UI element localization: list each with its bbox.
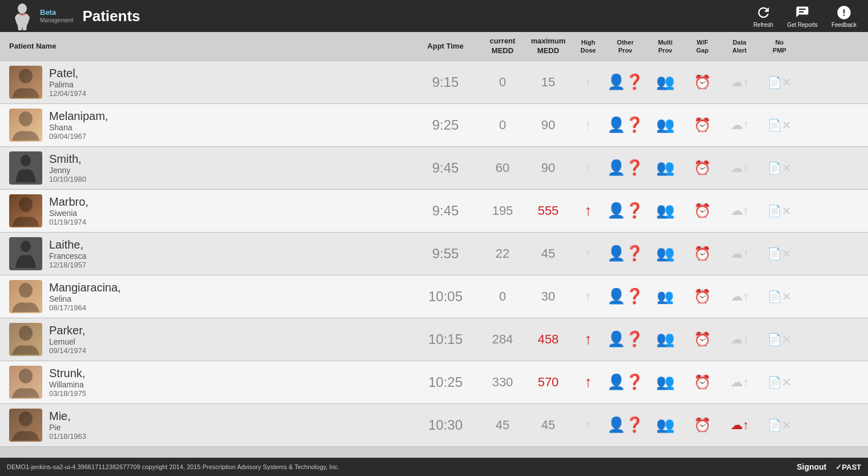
multi-prov-cell[interactable]: 👥 xyxy=(645,330,685,348)
no-pmp-cell[interactable]: 📄✕ xyxy=(760,75,799,89)
multi-prov-icon: 👥 xyxy=(656,330,674,348)
no-pmp-cell[interactable]: 📄✕ xyxy=(760,418,799,432)
high-dose-cell[interactable]: ↑ xyxy=(571,418,605,433)
multi-prov-cell[interactable]: 👥 xyxy=(645,73,685,91)
table-row[interactable]: Mie, Pie 01/18/1963 10:30 45 45 ↑ 👤❓ 👥 ⏰… xyxy=(0,404,868,447)
patient-info[interactable]: Mie, Pie 01/18/1963 xyxy=(0,404,411,446)
data-alert-cell[interactable]: ☁↑ xyxy=(720,418,760,433)
high-dose-cell[interactable]: ↑ xyxy=(571,118,605,133)
wf-gap-icon-inactive: ⏰ xyxy=(694,374,711,390)
patient-last-name: Marbro, xyxy=(49,195,89,209)
wf-gap-icon: ⏰ xyxy=(694,117,711,133)
wf-gap-cell[interactable]: ⏰ xyxy=(685,117,720,133)
patient-info[interactable]: Melanipam, Shana 09/04/1967 xyxy=(0,104,411,146)
high-dose-cell[interactable]: ↑ xyxy=(571,75,605,90)
other-prov-cell[interactable]: 👤❓ xyxy=(605,116,645,134)
table-row[interactable]: Parker, Lemuel 09/14/1974 10:15 284 458 … xyxy=(0,318,868,361)
patient-photo xyxy=(9,409,42,442)
table-row[interactable]: Mangiaracina, Selina 08/17/1964 10:05 0 … xyxy=(0,275,868,318)
no-pmp-cell[interactable]: 📄✕ xyxy=(760,375,799,389)
data-alert-cell[interactable]: ☁↑ xyxy=(720,375,760,390)
high-dose-cell[interactable]: ↑ xyxy=(571,330,605,348)
feedback-button[interactable]: Feedback xyxy=(827,2,861,30)
wf-gap-cell[interactable]: ⏰ xyxy=(685,203,720,219)
patient-info[interactable]: Mangiaracina, Selina 08/17/1964 xyxy=(0,275,411,318)
wf-gap-cell[interactable]: ⏰ xyxy=(685,417,720,433)
patient-first-name: Siwenia xyxy=(49,209,89,218)
patient-photo xyxy=(9,66,42,99)
no-pmp-cell[interactable]: 📄✕ xyxy=(760,247,799,261)
patient-info[interactable]: Laithe, Francesca 12/18/1957 xyxy=(0,233,411,275)
high-dose-cell[interactable]: ↑ xyxy=(571,202,605,219)
high-dose-cell[interactable]: ↑ xyxy=(571,161,605,175)
multi-prov-cell[interactable]: 👥 xyxy=(645,245,685,262)
data-alert-cell[interactable]: ☁↑ xyxy=(720,289,760,304)
other-prov-cell[interactable]: 👤❓ xyxy=(605,159,645,177)
signout-button[interactable]: Signout xyxy=(797,462,826,471)
data-alert-icon-inactive: ☁↑ xyxy=(730,118,749,133)
patient-dob: 01/19/1974 xyxy=(49,218,89,226)
table-row[interactable]: Strunk, Willamina 03/18/1975 10:25 330 5… xyxy=(0,361,868,404)
multi-prov-cell[interactable]: 👥 xyxy=(645,159,685,177)
no-pmp-cell[interactable]: 📄✕ xyxy=(760,161,799,175)
patient-dob: 10/10/1980 xyxy=(49,175,86,183)
no-pmp-cell[interactable]: 📄✕ xyxy=(760,290,799,303)
multi-prov-cell[interactable]: 👥 xyxy=(645,116,685,134)
high-dose-cell[interactable]: ↑ xyxy=(571,289,605,304)
other-prov-cell[interactable]: 👤❓ xyxy=(605,73,645,91)
multi-prov-cell[interactable]: 👥 xyxy=(645,373,685,391)
table-row[interactable]: Melanipam, Shana 09/04/1967 9:25 0 90 ↑ … xyxy=(0,104,868,147)
table-row[interactable]: Smith, Jenny 10/10/1980 9:45 60 90 ↑ 👤❓ … xyxy=(0,147,868,190)
table-row[interactable]: Patel, Palima 12/04/1974 9:15 0 15 ↑ 👤❓ … xyxy=(0,61,868,104)
other-prov-cell[interactable]: 👤❓ xyxy=(605,245,645,262)
other-prov-cell[interactable]: 👤❓ xyxy=(605,202,645,219)
appt-time-cell: 9:15 xyxy=(411,74,480,90)
table-row[interactable]: Laithe, Francesca 12/18/1957 9:55 22 45 … xyxy=(0,233,868,275)
wf-gap-cell[interactable]: ⏰ xyxy=(685,246,720,262)
wf-gap-cell[interactable]: ⏰ xyxy=(685,74,720,90)
patient-first-name: Pie xyxy=(49,423,86,432)
wf-gap-cell[interactable]: ⏰ xyxy=(685,289,720,305)
wf-gap-cell[interactable]: ⏰ xyxy=(685,374,720,390)
svg-point-0 xyxy=(18,3,27,14)
other-prov-cell[interactable]: 👤❓ xyxy=(605,330,645,348)
get-reports-button[interactable]: Get Reports xyxy=(782,2,822,30)
high-dose-cell[interactable]: ↑ xyxy=(571,373,605,391)
patient-info[interactable]: Strunk, Willamina 03/18/1975 xyxy=(0,361,411,403)
no-pmp-cell[interactable]: 📄✕ xyxy=(760,118,799,132)
data-alert-cell[interactable]: ☁↑ xyxy=(720,161,760,175)
data-alert-cell[interactable]: ☁↑ xyxy=(720,203,760,218)
current-medd-cell: 330 xyxy=(480,375,525,390)
patient-list: Patel, Palima 12/04/1974 9:15 0 15 ↑ 👤❓ … xyxy=(0,61,868,447)
other-prov-icon: 👤❓ xyxy=(607,373,644,391)
no-pmp-icon: 📄✕ xyxy=(767,161,791,175)
patient-dob: 01/18/1963 xyxy=(49,432,86,441)
svg-point-12 xyxy=(19,326,33,341)
patient-info[interactable]: Parker, Lemuel 09/14/1974 xyxy=(0,318,411,361)
patient-info[interactable]: Smith, Jenny 10/10/1980 xyxy=(0,147,411,189)
other-prov-icon: 👤❓ xyxy=(607,73,644,91)
data-alert-cell[interactable]: ☁↑ xyxy=(720,75,760,90)
no-pmp-cell[interactable]: 📄✕ xyxy=(760,204,799,218)
data-alert-cell[interactable]: ☁↑ xyxy=(720,332,760,347)
multi-prov-cell[interactable]: 👥 xyxy=(645,289,685,305)
refresh-button[interactable]: Refresh xyxy=(749,2,778,30)
other-prov-cell[interactable]: 👤❓ xyxy=(605,373,645,391)
no-pmp-cell[interactable]: 📄✕ xyxy=(760,333,799,346)
table-row[interactable]: Marbro, Siwenia 01/19/1974 9:45 195 555 … xyxy=(0,190,868,233)
data-alert-cell[interactable]: ☁↑ xyxy=(720,118,760,133)
patient-info[interactable]: Patel, Palima 12/04/1974 xyxy=(0,61,411,103)
patient-last-name: Smith, xyxy=(49,153,86,166)
data-alert-cell[interactable]: ☁↑ xyxy=(720,246,760,261)
other-prov-cell[interactable]: 👤❓ xyxy=(605,416,645,434)
no-pmp-icon: 📄✕ xyxy=(767,118,791,132)
multi-prov-cell[interactable]: 👥 xyxy=(645,202,685,219)
multi-prov-cell[interactable]: 👥 xyxy=(645,416,685,434)
high-dose-cell[interactable]: ↑ xyxy=(571,246,605,261)
wf-gap-cell[interactable]: ⏰ xyxy=(685,160,720,176)
other-prov-icon: 👤❓ xyxy=(607,116,644,134)
patient-info[interactable]: Marbro, Siwenia 01/19/1974 xyxy=(0,190,411,232)
high-dose-arrow-inactive: ↑ xyxy=(585,246,592,261)
wf-gap-cell[interactable]: ⏰ xyxy=(685,331,720,347)
other-prov-cell[interactable]: 👤❓ xyxy=(605,287,645,305)
